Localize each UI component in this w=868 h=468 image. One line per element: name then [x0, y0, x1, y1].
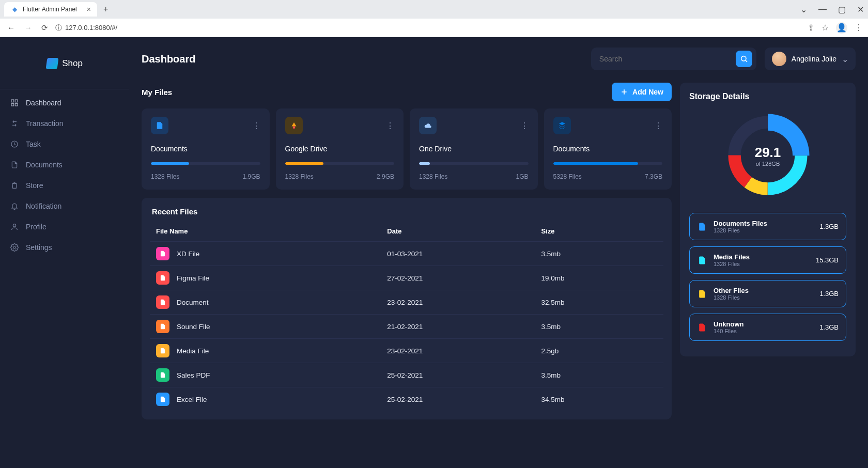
file-card[interactable]: ⋮ Documents 1328 Files 1.9GB	[142, 108, 270, 190]
grid-icon	[10, 99, 19, 107]
storage-item[interactable]: Unknown 140 Files 1.3GB	[689, 314, 846, 341]
sidebar-item-task[interactable]: Task	[0, 134, 129, 154]
user-icon	[10, 223, 19, 231]
file-name: Figma File	[177, 274, 209, 282]
col-file-name: File Name	[150, 223, 381, 242]
sidebar-item-label: Documents	[26, 161, 63, 169]
file-date: 25-02-2021	[381, 387, 535, 412]
add-new-label: Add New	[632, 88, 663, 96]
reload-icon[interactable]: ⟳	[39, 21, 50, 35]
folder-icon	[557, 121, 567, 130]
table-row[interactable]: XD File 01-03-2021 3.5mb	[150, 242, 663, 266]
kebab-menu-icon[interactable]: ⋮	[520, 121, 529, 131]
sidebar-item-transaction[interactable]: Transaction	[0, 113, 129, 134]
storage-item[interactable]: Media Files 1328 Files 15.3GB	[689, 246, 846, 274]
storage-used-value: 29.1	[755, 145, 781, 161]
card-title: One Drive	[419, 145, 529, 153]
site-info-icon[interactable]: ⓘ	[55, 23, 62, 33]
kebab-menu-icon[interactable]: ⋮	[654, 121, 662, 131]
bell-icon	[10, 202, 19, 210]
search-input[interactable]	[599, 55, 736, 63]
storage-item-name: Unknown	[714, 320, 813, 328]
minimize-icon[interactable]: —	[818, 5, 827, 14]
browser-tab[interactable]: ◆ Flutter Admin Panel ×	[4, 2, 97, 17]
add-new-button[interactable]: Add New	[612, 83, 672, 101]
sidebar-item-label: Dashboard	[26, 99, 61, 107]
file-icon	[10, 161, 19, 169]
sidebar-item-documents[interactable]: Documents	[0, 154, 129, 175]
table-row[interactable]: Document 23-02-2021 32.5mb	[150, 290, 663, 315]
svg-point-8	[292, 127, 295, 129]
storage-item-count: 140 Files	[714, 328, 813, 334]
kebab-menu-icon[interactable]: ⋮	[855, 23, 863, 33]
close-tab-icon[interactable]: ×	[87, 5, 91, 13]
sidebar-item-settings[interactable]: Settings	[0, 237, 129, 258]
url-input[interactable]: ⓘ 127.0.0.1:8080/#/	[55, 23, 802, 33]
file-icon	[697, 289, 707, 299]
table-row[interactable]: Sales PDF 25-02-2021 3.5mb	[150, 363, 663, 387]
sidebar-item-profile[interactable]: Profile	[0, 216, 129, 237]
progress-bar	[285, 162, 395, 165]
storage-item-count: 1328 Files	[714, 294, 813, 301]
sidebar: Shop DashboardTransactionTaskDocumentsSt…	[0, 37, 129, 468]
file-date: 27-02-2021	[381, 266, 535, 290]
table-row[interactable]: Excel File 25-02-2021 34.5mb	[150, 387, 663, 412]
clock-icon	[10, 140, 19, 148]
file-size: 2.5gb	[535, 339, 663, 363]
storage-item[interactable]: Other Files 1328 Files 1.3GB	[689, 280, 846, 307]
file-size: 32.5mb	[535, 290, 663, 315]
folder-icon	[155, 121, 164, 130]
file-card[interactable]: ⋮ Documents 5328 Files 7.3GB	[544, 108, 672, 190]
file-name: Sound File	[177, 323, 210, 331]
file-size: 34.5mb	[535, 387, 663, 412]
page-title: Dashboard	[142, 53, 195, 65]
storage-item-count: 1328 Files	[714, 227, 813, 233]
sidebar-item-dashboard[interactable]: Dashboard	[0, 92, 129, 113]
table-row[interactable]: Figma File 27-02-2021 19.0mb	[150, 266, 663, 290]
folder-icon	[289, 121, 299, 130]
url-text: 127.0.0.1:8080/#/	[65, 24, 117, 32]
svg-point-6	[13, 246, 16, 248]
chevron-down-icon[interactable]: ⌄	[800, 5, 807, 14]
kebab-menu-icon[interactable]: ⋮	[252, 121, 260, 131]
close-window-icon[interactable]: ✕	[857, 5, 864, 14]
svg-rect-3	[15, 103, 18, 106]
col-size: Size	[535, 223, 663, 242]
sidebar-item-label: Transaction	[26, 119, 64, 128]
table-row[interactable]: Media File 23-02-2021 2.5gb	[150, 339, 663, 363]
maximize-icon[interactable]: ▢	[838, 5, 846, 14]
main-content: Dashboard Angelina Jolie ⌄ My Files	[129, 37, 868, 468]
card-title: Google Drive	[285, 145, 395, 153]
storage-title: Storage Details	[689, 92, 846, 101]
file-card[interactable]: ⋮ One Drive 1328 Files 1GB	[410, 108, 538, 190]
file-icon	[159, 396, 166, 403]
search-box	[591, 48, 756, 70]
storage-total-label: of 128GB	[755, 161, 781, 167]
storage-item[interactable]: Documents Files 1328 Files 1.3GB	[689, 213, 846, 240]
forward-icon[interactable]: →	[22, 21, 34, 34]
card-files-count: 1328 Files	[419, 173, 447, 180]
file-card[interactable]: ⋮ Google Drive 1328 Files 2.9GB	[276, 108, 404, 190]
search-button[interactable]	[736, 51, 752, 67]
kebab-menu-icon[interactable]: ⋮	[386, 121, 394, 131]
user-menu[interactable]: Angelina Jolie ⌄	[765, 48, 856, 70]
file-icon	[159, 347, 166, 354]
sidebar-item-notification[interactable]: Notification	[0, 196, 129, 216]
back-icon[interactable]: ←	[5, 21, 17, 34]
card-size: 1GB	[516, 173, 528, 180]
recent-title: Recent Files	[150, 207, 663, 216]
sidebar-item-store[interactable]: Store	[0, 175, 129, 196]
storage-item-size: 1.3GB	[819, 223, 839, 230]
brand-logo[interactable]: Shop	[0, 37, 129, 85]
table-row[interactable]: Sound File 21-02-2021 3.5mb	[150, 315, 663, 339]
new-tab-button[interactable]: +	[101, 3, 110, 16]
myfiles-title: My Files	[142, 88, 172, 97]
share-icon[interactable]: ⇪	[808, 23, 814, 33]
card-files-count: 1328 Files	[285, 173, 314, 180]
card-files-count: 1328 Files	[151, 173, 179, 180]
bookmark-icon[interactable]: ☆	[822, 23, 829, 33]
card-size: 2.9GB	[377, 173, 394, 180]
profile-icon[interactable]: 👤	[836, 22, 847, 34]
file-icon	[159, 250, 166, 257]
card-title: Documents	[151, 145, 260, 153]
